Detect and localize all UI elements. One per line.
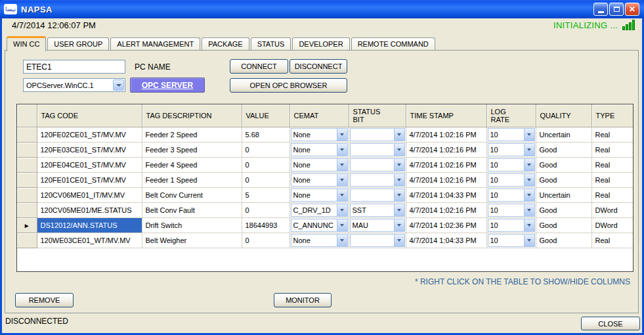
- row-selector[interactable]: [17, 127, 37, 142]
- chevron-down-icon[interactable]: [524, 234, 534, 246]
- cell-tag-description[interactable]: Drift Switch: [142, 217, 242, 233]
- cell-cemat[interactable]: None: [290, 172, 349, 187]
- cell-value[interactable]: 0: [242, 142, 290, 157]
- chevron-down-icon[interactable]: [337, 174, 347, 186]
- minimize-button[interactable]: [593, 3, 608, 16]
- chevron-down-icon[interactable]: [394, 219, 404, 231]
- chevron-down-icon[interactable]: [524, 174, 534, 186]
- cell-tag-description[interactable]: Feeder 3 Speed: [142, 142, 242, 157]
- tag-table[interactable]: TAG CODETAG DESCRIPTIONVALUECEMATSTATUS …: [17, 104, 633, 248]
- chevron-down-icon[interactable]: [524, 189, 534, 201]
- tab-package[interactable]: PACKAGE: [202, 37, 249, 50]
- row-selector[interactable]: [17, 157, 37, 172]
- cell-time-stamp[interactable]: 4/7/2014 1:02:16 PM: [406, 127, 486, 142]
- title-bar[interactable]: نپسا NAPSA ✕: [0, 0, 644, 18]
- log-rate-dropdown[interactable]: 10: [488, 143, 535, 156]
- row-selector[interactable]: [17, 142, 37, 157]
- chevron-down-icon[interactable]: [394, 159, 404, 171]
- tab-user-group[interactable]: USER GROUP: [47, 37, 109, 50]
- status-bit-dropdown[interactable]: [350, 173, 405, 187]
- cemat-dropdown[interactable]: None: [291, 143, 348, 156]
- cell-status-bit[interactable]: SST: [349, 202, 406, 217]
- cell-quality[interactable]: Good: [536, 157, 591, 172]
- chevron-down-icon[interactable]: [524, 144, 534, 156]
- cell-log-rate[interactable]: 10: [486, 217, 536, 233]
- status-bit-dropdown[interactable]: [350, 143, 405, 156]
- tag-table-container[interactable]: TAG CODETAG DESCRIPTIONVALUECEMATSTATUS …: [16, 104, 633, 272]
- cell-tag-description[interactable]: Belt Conv Current: [142, 187, 242, 202]
- cell-tag-description[interactable]: Feeder 2 Speed: [142, 127, 242, 142]
- chevron-down-icon[interactable]: [394, 129, 404, 141]
- cell-status-bit[interactable]: [349, 142, 406, 157]
- cell-value[interactable]: 0: [242, 157, 290, 172]
- cell-tag-code[interactable]: DS12012/ANN.STATUS: [37, 217, 142, 233]
- cemat-dropdown[interactable]: C_ANNUNC: [291, 219, 348, 232]
- cemat-dropdown[interactable]: None: [291, 128, 348, 141]
- cell-type[interactable]: Real: [591, 142, 633, 157]
- column-header[interactable]: TAG CODE: [37, 104, 142, 127]
- cell-type[interactable]: Real: [591, 172, 633, 187]
- chevron-down-icon[interactable]: [524, 204, 534, 216]
- chevron-down-icon[interactable]: [394, 189, 404, 201]
- log-rate-dropdown[interactable]: 10: [488, 158, 535, 171]
- chevron-down-icon[interactable]: [113, 79, 124, 91]
- column-header[interactable]: VALUE: [242, 104, 290, 127]
- cell-status-bit[interactable]: [349, 127, 406, 142]
- close-window-button[interactable]: ✕: [625, 3, 639, 16]
- chevron-down-icon[interactable]: [337, 144, 347, 156]
- cell-status-bit[interactable]: [349, 172, 406, 187]
- connect-button[interactable]: CONNECT: [230, 59, 288, 74]
- log-rate-dropdown[interactable]: 10: [488, 128, 535, 141]
- cell-time-stamp[interactable]: 4/7/2014 1:04:33 PM: [406, 233, 486, 248]
- chevron-down-icon[interactable]: [394, 174, 404, 186]
- cell-status-bit[interactable]: [349, 187, 406, 202]
- column-header[interactable]: TIME STAMP: [406, 104, 486, 127]
- chevron-down-icon[interactable]: [337, 189, 347, 201]
- cell-tag-code[interactable]: 120FE03CE01_ST/MV.MV: [37, 142, 142, 157]
- cemat-dropdown[interactable]: None: [291, 234, 348, 247]
- maximize-button[interactable]: [609, 3, 624, 16]
- log-rate-dropdown[interactable]: 10: [488, 234, 535, 247]
- chevron-down-icon[interactable]: [394, 144, 404, 156]
- cell-time-stamp[interactable]: 4/7/2014 1:02:36 PM: [406, 217, 486, 233]
- cell-cemat[interactable]: None: [290, 187, 349, 202]
- log-rate-dropdown[interactable]: 10: [488, 173, 535, 187]
- cell-value[interactable]: 0: [242, 172, 290, 187]
- cell-tag-description[interactable]: Feeder 4 Speed: [142, 157, 242, 172]
- cell-quality[interactable]: Uncertain: [536, 127, 591, 142]
- cell-time-stamp[interactable]: 4/7/2014 1:02:16 PM: [406, 142, 486, 157]
- chevron-down-icon[interactable]: [337, 234, 347, 246]
- cell-status-bit[interactable]: [349, 233, 406, 248]
- cell-quality[interactable]: Uncertain: [536, 187, 591, 202]
- cell-type[interactable]: Real: [591, 233, 633, 248]
- status-bit-dropdown[interactable]: [350, 158, 405, 171]
- cell-cemat[interactable]: None: [290, 127, 349, 142]
- cell-tag-code[interactable]: 120WE03CE01_WT/MV.MV: [37, 233, 142, 248]
- tab-developer[interactable]: DEVELOPER: [292, 37, 349, 50]
- cell-status-bit[interactable]: [349, 157, 406, 172]
- column-header[interactable]: TYPE: [591, 104, 633, 127]
- cell-time-stamp[interactable]: 4/7/2014 1:02:16 PM: [406, 157, 486, 172]
- cell-tag-description[interactable]: Belt Weigher: [142, 233, 242, 248]
- cell-tag-code[interactable]: 120CV05ME01/ME.STATUS: [37, 202, 142, 217]
- remove-button[interactable]: REMOVE: [15, 293, 74, 307]
- cell-cemat[interactable]: None: [290, 157, 349, 172]
- cell-log-rate[interactable]: 10: [486, 127, 536, 142]
- cell-quality[interactable]: Good: [536, 172, 591, 187]
- cell-quality[interactable]: Good: [536, 142, 591, 157]
- cell-type[interactable]: DWord: [591, 202, 633, 217]
- chevron-down-icon[interactable]: [524, 219, 534, 231]
- disconnect-button[interactable]: DISCONNECT: [290, 59, 347, 74]
- tab-remote-command[interactable]: REMOTE COMMAND: [351, 37, 435, 50]
- tab-win-cc[interactable]: WIN CC: [7, 36, 46, 51]
- opc-server-select[interactable]: OPCServer.WinCC.1: [23, 78, 125, 92]
- cell-cemat[interactable]: None: [290, 233, 349, 248]
- row-selector[interactable]: [17, 202, 37, 217]
- cell-value[interactable]: 5: [242, 187, 290, 202]
- row-selector[interactable]: [17, 187, 37, 202]
- cemat-dropdown[interactable]: None: [291, 158, 348, 171]
- row-selector[interactable]: ►: [17, 217, 37, 233]
- column-header[interactable]: STATUS BIT: [349, 104, 406, 127]
- column-header[interactable]: TAG DESCRIPTION: [142, 104, 242, 127]
- cell-log-rate[interactable]: 10: [486, 202, 536, 217]
